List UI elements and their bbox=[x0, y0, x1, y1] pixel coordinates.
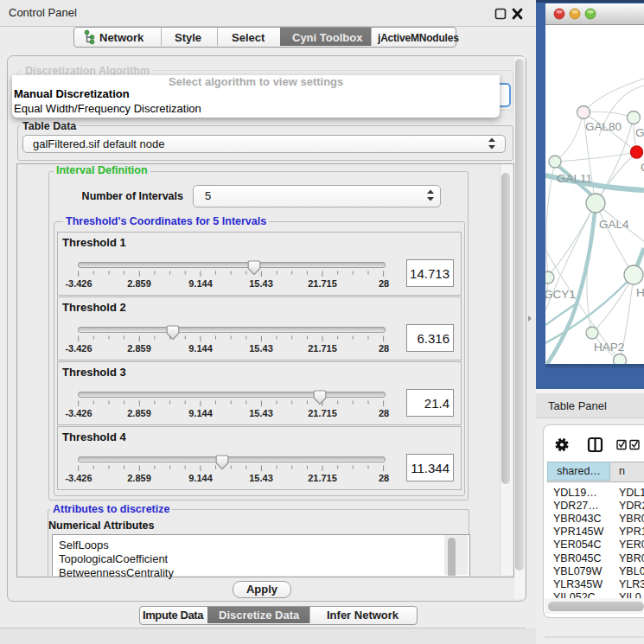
svg-text:GAL11: GAL11 bbox=[557, 172, 592, 185]
svg-text:HAP2: HAP2 bbox=[594, 341, 624, 354]
svg-text:GA: GA bbox=[635, 126, 644, 139]
svg-text:GAL80: GAL80 bbox=[585, 120, 622, 133]
svg-text:GCY1: GCY1 bbox=[545, 288, 576, 301]
svg-text:C: C bbox=[641, 161, 644, 174]
svg-text:GAL4: GAL4 bbox=[599, 218, 629, 231]
svg-text:H: H bbox=[636, 286, 644, 299]
